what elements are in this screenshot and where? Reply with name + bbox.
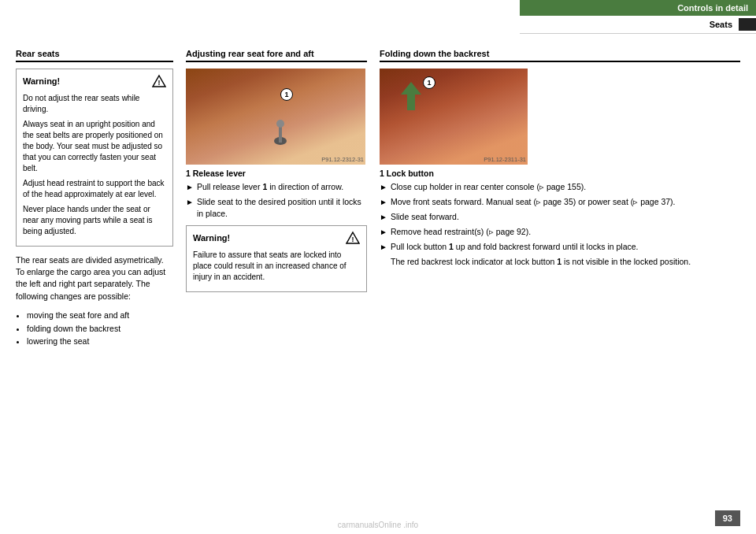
right-step-5-text: Pull lock button 1 up and fold backrest … bbox=[391, 241, 639, 253]
svg-text:!: ! bbox=[352, 235, 354, 243]
warning-triangle-icon-1: ! bbox=[152, 74, 166, 88]
backrest-image-container: 1 P91.12-2311-31 bbox=[380, 69, 528, 165]
header-bar: Controls in detail Seats bbox=[520, 0, 756, 34]
mid-column: Adjusting rear seat fore and aft 1 P91.1… bbox=[186, 49, 367, 502]
svg-rect-3 bbox=[279, 125, 282, 143]
bullet-list: moving the seat fore and aft folding dow… bbox=[27, 309, 173, 348]
arrow-icon-r4: ► bbox=[380, 227, 387, 238]
watermark: carmanualsOnline .info bbox=[338, 521, 418, 529]
right-step-3: ► Slide seat forward. bbox=[380, 211, 740, 223]
arrow-icon-1: ► bbox=[186, 182, 194, 193]
section-title: Controls in detail bbox=[677, 3, 748, 13]
right-step-3-text: Slide seat forward. bbox=[391, 211, 459, 223]
warning-title-1: Warning! bbox=[23, 76, 60, 86]
warning-box-2: Warning! ! Failure to assure that seats … bbox=[186, 225, 367, 292]
backrest-title: Folding down the backrest bbox=[380, 49, 740, 62]
subsection-marker bbox=[739, 18, 756, 31]
circle-1-right: 1 bbox=[423, 76, 435, 89]
mid-step-2: ► Slide seat to the desired position unt… bbox=[186, 196, 367, 219]
warning-triangle-icon-2: ! bbox=[346, 231, 360, 245]
right-step-6-text: The red backrest lock indicator at lock … bbox=[391, 256, 740, 268]
left-column: Rear seats Warning! ! Do not adjust the … bbox=[16, 49, 173, 502]
warning-header-1: Warning! ! bbox=[23, 74, 166, 88]
section-header: Controls in detail bbox=[520, 0, 756, 16]
right-step-4-text: Remove head restraint(s) (▹ page 92). bbox=[391, 226, 531, 238]
subsection-title: Seats bbox=[710, 20, 739, 29]
right-step-4: ► Remove head restraint(s) (▹ page 92). bbox=[380, 226, 740, 238]
main-content: Rear seats Warning! ! Do not adjust the … bbox=[0, 41, 756, 510]
arrow-icon-r5: ► bbox=[380, 242, 387, 253]
svg-point-4 bbox=[276, 120, 284, 128]
rear-seats-title: Rear seats bbox=[16, 49, 173, 62]
page-number: 93 bbox=[715, 510, 740, 526]
mid-step-2-text: Slide seat to the desired position until… bbox=[197, 196, 367, 219]
green-arrow-svg bbox=[399, 80, 423, 112]
bullet-item-3: lowering the seat bbox=[27, 335, 173, 348]
rear-seats-body: The rear seats are divided asymetrically… bbox=[16, 254, 173, 302]
warning-box-1: Warning! ! Do not adjust the rear seats … bbox=[16, 69, 173, 247]
fore-aft-image-container: 1 P91.12-2312-31 bbox=[186, 69, 365, 165]
svg-text:!: ! bbox=[158, 79, 161, 87]
right-step-1-text: Close cup holder in rear center console … bbox=[391, 181, 586, 193]
right-step-2: ► Move front seats forward. Manual seat … bbox=[380, 196, 740, 208]
arrow-icon-r3: ► bbox=[380, 212, 387, 223]
lever-svg bbox=[265, 117, 296, 149]
right-image-caption: P91.12-2311-31 bbox=[484, 156, 526, 163]
right-step-2-text: Move front seats forward. Manual seat (▹… bbox=[391, 196, 676, 208]
circle-1-mid: 1 bbox=[280, 88, 293, 101]
warning-header-2: Warning! ! bbox=[193, 231, 360, 245]
fore-aft-title: Adjusting rear seat fore and aft bbox=[186, 49, 367, 62]
warning-text-1d: Never place hands under the seat or near… bbox=[23, 204, 166, 237]
release-lever-label: 1 Release lever bbox=[186, 169, 367, 178]
bullet-item-1: moving the seat fore and aft bbox=[27, 309, 173, 322]
backrest-image: 1 P91.12-2311-31 bbox=[380, 69, 528, 165]
arrow-icon-r2: ► bbox=[380, 197, 387, 208]
right-column: Folding down the backrest 1 P91.12-2311-… bbox=[380, 49, 740, 502]
mid-image-caption: P91.12-2312-31 bbox=[321, 156, 364, 163]
warning-text-1b: Always seat in an upright position and t… bbox=[23, 119, 166, 174]
warning-text-2: Failure to assure that seats are locked … bbox=[193, 250, 360, 283]
bullet-item-2: folding down the backrest bbox=[27, 322, 173, 336]
right-step-1: ► Close cup holder in rear center consol… bbox=[380, 181, 740, 193]
mid-step-1-text: Pull release lever 1 in direction of arr… bbox=[197, 181, 343, 193]
arrow-icon-r1: ► bbox=[380, 182, 387, 193]
warning-title-2: Warning! bbox=[193, 233, 230, 243]
lock-button-label: 1 Lock button bbox=[380, 169, 740, 178]
mid-step-1: ► Pull release lever 1 in direction of a… bbox=[186, 181, 367, 193]
subsection-bar: Seats bbox=[520, 16, 756, 34]
fore-aft-image: 1 P91.12-2312-31 bbox=[186, 69, 365, 165]
right-step-5: ► Pull lock button 1 up and fold backres… bbox=[380, 241, 740, 253]
arrow-icon-2: ► bbox=[186, 197, 194, 208]
svg-marker-7 bbox=[401, 82, 421, 110]
warning-text-1a: Do not adjust the rear seats while drivi… bbox=[23, 93, 166, 115]
warning-text-1c: Adjust head restraint to support the bac… bbox=[23, 178, 166, 200]
